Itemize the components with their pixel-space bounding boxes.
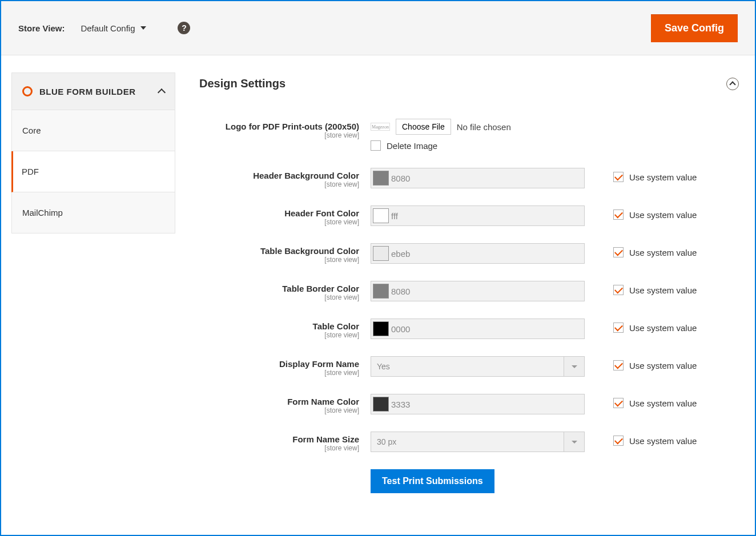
use-system-value-label: Use system value (629, 285, 697, 295)
field-row: Table Background Color[store view]ebebUs… (199, 243, 739, 264)
sidebar-item-mailchimp[interactable]: MailChimp (11, 192, 175, 233)
use-system-value-label: Use system value (629, 323, 697, 333)
use-system-value-label: Use system value (629, 248, 697, 257)
chevron-down-icon (564, 357, 584, 376)
field-label: Logo for PDF Print-outs (200x50) (199, 122, 359, 131)
field-row: Header Background Color[store view]8080U… (199, 168, 739, 188)
section-title-row[interactable]: Design Settings (199, 77, 739, 90)
use-system-value-label: Use system value (629, 398, 697, 408)
chevron-up-icon (158, 88, 166, 96)
field-row: Display Form Name[store view]YesUse syst… (199, 356, 739, 377)
field-label: Header Font Color (199, 208, 359, 218)
no-file-text: No file chosen (457, 122, 511, 132)
field-label: Table Color (199, 321, 359, 331)
color-input[interactable]: fff (371, 205, 585, 226)
collapse-toggle-icon[interactable] (726, 78, 739, 90)
select-input[interactable]: Yes (371, 356, 585, 377)
field-scope: [store view] (199, 331, 359, 339)
use-system-value-label: Use system value (629, 172, 697, 182)
content: BLUE FORM BUILDER CorePDFMailChimp Desig… (1, 55, 755, 493)
sidebar-title: BLUE FORM BUILDER (39, 87, 136, 96)
field-label: Table Border Color (199, 284, 359, 293)
store-view-value-text: Default Config (81, 23, 135, 33)
sidebar-section-header[interactable]: BLUE FORM BUILDER (11, 72, 175, 110)
use-system-value-checkbox[interactable] (613, 436, 624, 446)
color-input[interactable]: 8080 (371, 281, 585, 301)
field-label: Display Form Name (199, 359, 359, 369)
field-label: Form Name Color (199, 397, 359, 406)
select-value: 30 px (377, 437, 396, 446)
topbar: Store View: Default Config ? Save Config (1, 1, 755, 55)
use-system-value-label: Use system value (629, 436, 697, 446)
color-swatch (373, 246, 389, 261)
field-scope: [store view] (199, 369, 359, 377)
color-value: 0000 (391, 324, 410, 334)
field-row: Table Border Color[store view]8080Use sy… (199, 281, 739, 301)
field-scope: [store view] (199, 256, 359, 264)
color-value: 3333 (391, 400, 410, 409)
color-swatch (373, 397, 389, 412)
field-row-logo: Logo for PDF Print-outs (200x50) [store … (199, 119, 739, 151)
field-row: Header Font Color[store view]fffUse syst… (199, 205, 739, 226)
field-scope: [store view] (199, 444, 359, 452)
color-swatch (373, 208, 389, 223)
select-value: Yes (377, 362, 390, 371)
delete-image-checkbox[interactable] (371, 140, 381, 151)
use-system-value-label: Use system value (629, 210, 697, 220)
store-view-label: Store View: (18, 23, 65, 33)
save-config-button[interactable]: Save Config (651, 14, 738, 42)
color-swatch (373, 171, 389, 186)
section-title: Design Settings (199, 77, 285, 90)
use-system-value-checkbox[interactable] (613, 285, 624, 295)
field-scope: [store view] (199, 180, 359, 188)
color-value: 8080 (391, 174, 410, 183)
color-value: ebeb (391, 249, 410, 259)
use-system-value-label: Use system value (629, 361, 697, 370)
field-row: Form Name Size[store view]30 pxUse syste… (199, 432, 739, 452)
use-system-value-checkbox[interactable] (613, 398, 624, 408)
color-value: fff (391, 211, 398, 221)
sidebar: BLUE FORM BUILDER CorePDFMailChimp (11, 72, 175, 493)
main-panel: Design Settings Logo for PDF Print-outs … (175, 72, 745, 493)
help-icon[interactable]: ? (178, 22, 190, 34)
color-input[interactable]: 3333 (371, 394, 585, 414)
circle-icon (22, 86, 33, 96)
chevron-down-icon (564, 432, 584, 452)
choose-file-button[interactable]: Choose File (396, 119, 451, 135)
field-label: Header Background Color (199, 171, 359, 180)
color-input[interactable]: 0000 (371, 319, 585, 339)
test-print-button[interactable]: Test Print Submissions (371, 469, 494, 493)
field-scope: [store view] (199, 293, 359, 301)
color-input[interactable]: 8080 (371, 168, 585, 188)
field-scope: [store view] (199, 131, 359, 139)
color-value: 8080 (391, 287, 410, 296)
use-system-value-checkbox[interactable] (613, 172, 624, 182)
color-input[interactable]: ebeb (371, 243, 585, 264)
logo-thumbnail[interactable]: Magezon (371, 123, 390, 131)
field-label: Table Background Color (199, 246, 359, 256)
chevron-down-icon (140, 26, 146, 30)
use-system-value-checkbox[interactable] (613, 323, 624, 333)
use-system-value-checkbox[interactable] (613, 209, 624, 220)
field-scope: [store view] (199, 218, 359, 226)
select-input[interactable]: 30 px (371, 432, 585, 452)
field-scope: [store view] (199, 406, 359, 414)
sidebar-item-core[interactable]: Core (11, 110, 175, 151)
field-label: Form Name Size (199, 434, 359, 444)
use-system-value-checkbox[interactable] (613, 360, 624, 370)
delete-image-label: Delete Image (387, 141, 437, 151)
sidebar-item-pdf[interactable]: PDF (11, 151, 175, 192)
field-row: Table Color[store view]0000Use system va… (199, 319, 739, 339)
store-view-dropdown[interactable]: Default Config (81, 23, 146, 33)
color-swatch (373, 284, 389, 299)
use-system-value-checkbox[interactable] (613, 247, 624, 257)
color-swatch (373, 321, 389, 336)
field-row: Form Name Color[store view]3333Use syste… (199, 394, 739, 414)
